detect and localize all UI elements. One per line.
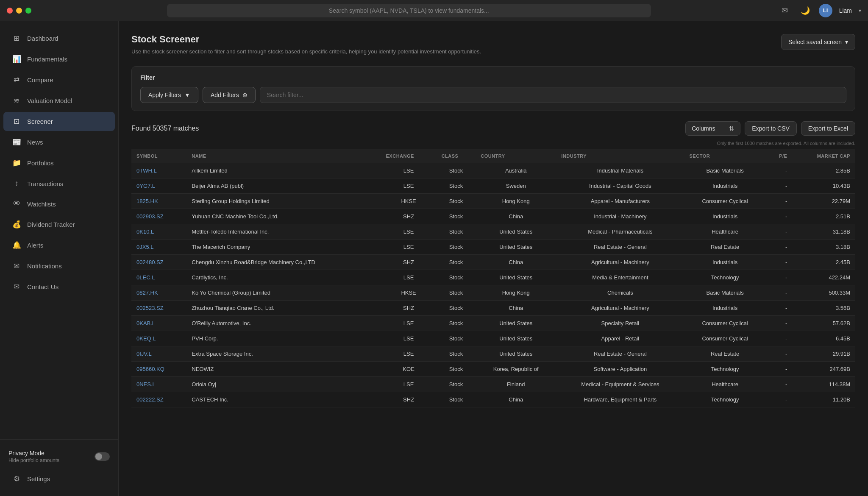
sidebar-item-label: Contact Us xyxy=(27,283,58,290)
cell-sector: Healthcare xyxy=(684,224,766,239)
close-button[interactable] xyxy=(7,8,13,14)
cell-country: Korea, Republic of xyxy=(476,361,556,376)
table-row[interactable]: 0JX5.L The Macerich Company LSE Stock Un… xyxy=(131,239,855,254)
table-row[interactable]: 0IJV.L Extra Space Storage Inc. LSE Stoc… xyxy=(131,346,855,361)
table-row[interactable]: 002222.SZ CASTECH Inc. SHZ Stock China H… xyxy=(131,392,855,407)
col-industry[interactable]: INDUSTRY xyxy=(556,149,684,163)
cell-country: China xyxy=(476,300,556,315)
cell-industry: Real Estate - General xyxy=(556,239,684,254)
export-excel-button[interactable]: Export to Excel xyxy=(801,121,855,136)
sidebar-item-portfolios[interactable]: 📁 Portfolios xyxy=(3,153,115,173)
privacy-section: Privacy Mode Hide portfolio amounts xyxy=(0,445,118,468)
col-pe[interactable]: P/E xyxy=(766,149,793,163)
sidebar-item-contact-us[interactable]: ✉ Contact Us xyxy=(3,277,115,296)
apply-filters-button[interactable]: Apply Filters ▼ xyxy=(140,87,198,103)
sidebar-item-alerts[interactable]: 🔔 Alerts xyxy=(3,236,115,255)
toggle-knob xyxy=(95,453,102,460)
table-row[interactable]: 0827.HK Ko Yo Chemical (Group) Limited H… xyxy=(131,285,855,300)
table-header: SYMBOL NAME EXCHANGE CLASS COUNTRY INDUS… xyxy=(131,149,855,163)
chevron-down-icon: ▾ xyxy=(845,39,848,45)
table-row[interactable]: 095660.KQ NEOWIZ KOE Stock Korea, Republ… xyxy=(131,361,855,376)
mail-icon[interactable]: ✉ xyxy=(778,4,792,17)
dividend-icon: 💰 xyxy=(12,220,21,229)
cell-market-cap: 114.38M xyxy=(792,376,855,392)
sidebar-item-news[interactable]: 📰 News xyxy=(3,133,115,152)
privacy-text: Privacy Mode Hide portfolio amounts xyxy=(8,450,59,463)
cell-sector: Real Estate xyxy=(684,346,766,361)
filter-search-input[interactable] xyxy=(260,87,846,103)
col-country[interactable]: COUNTRY xyxy=(476,149,556,163)
table-row[interactable]: 0KEQ.L PVH Corp. LSE Stock United States… xyxy=(131,331,855,346)
col-class[interactable]: CLASS xyxy=(437,149,476,163)
table-row[interactable]: 0NES.L Oriola Oyj LSE Stock Finland Medi… xyxy=(131,376,855,392)
cell-pe: - xyxy=(766,315,793,331)
col-symbol[interactable]: SYMBOL xyxy=(131,149,186,163)
cell-market-cap: 22.79M xyxy=(792,193,855,209)
select-saved-screen-button[interactable]: Select saved screen ▾ xyxy=(781,34,855,50)
cell-exchange: KOE xyxy=(381,361,437,376)
sidebar-item-screener[interactable]: ⊡ Screener xyxy=(3,112,115,131)
sidebar-item-dashboard[interactable]: ⊞ Dashboard xyxy=(3,29,115,48)
global-search[interactable]: Search symbol (AAPL, NVDA, TSLA) to view… xyxy=(167,4,651,17)
col-name[interactable]: NAME xyxy=(186,149,381,163)
select-screen-label: Select saved screen xyxy=(788,39,842,45)
col-exchange[interactable]: EXCHANGE xyxy=(381,149,437,163)
col-market-cap[interactable]: MARKET CAP xyxy=(792,149,855,163)
table-row[interactable]: 002903.SZ Yuhuan CNC Machine Tool Co.,Lt… xyxy=(131,209,855,224)
sidebar-item-label: Portfolios xyxy=(27,159,54,167)
cell-pe: - xyxy=(766,163,793,178)
dark-mode-icon[interactable]: 🌙 xyxy=(798,4,812,17)
table-row[interactable]: 002523.SZ Zhuzhou Tianqiao Crane Co., Lt… xyxy=(131,300,855,315)
columns-button[interactable]: Columns ⇅ xyxy=(685,121,740,136)
chevron-down-icon[interactable]: ▾ xyxy=(859,8,861,14)
titlebar-right: ✉ 🌙 LI Liam ▾ xyxy=(778,4,861,17)
table-row[interactable]: 0K10.L Mettler-Toledo International Inc.… xyxy=(131,224,855,239)
sidebar-bottom: Privacy Mode Hide portfolio amounts ⚙ Se… xyxy=(0,439,118,489)
cell-country: Australia xyxy=(476,163,556,178)
cell-name: PVH Corp. xyxy=(186,331,381,346)
table-row[interactable]: 0TWH.L Allkem Limited LSE Stock Australi… xyxy=(131,163,855,178)
sidebar-item-settings[interactable]: ⚙ Settings xyxy=(3,469,115,488)
table-row[interactable]: 0YG7.L Beijer Alma AB (publ) LSE Stock S… xyxy=(131,178,855,193)
sidebar-item-valuation-model[interactable]: ≋ Valuation Model xyxy=(3,91,115,110)
cell-pe: - xyxy=(766,254,793,270)
minimize-button[interactable] xyxy=(16,8,22,14)
sidebar-item-watchlists[interactable]: 👁 Watchlists xyxy=(3,195,115,213)
table-row[interactable]: 0LEC.L Cardlytics, Inc. LSE Stock United… xyxy=(131,270,855,285)
cell-industry: Industrial Materials xyxy=(556,163,684,178)
sidebar-item-fundamentals[interactable]: 📊 Fundamentals xyxy=(3,50,115,69)
cell-pe: - xyxy=(766,392,793,407)
privacy-toggle[interactable] xyxy=(95,452,110,461)
cell-symbol: 0LEC.L xyxy=(131,270,186,285)
sidebar-item-transactions[interactable]: ↕ Transactions xyxy=(3,174,115,193)
valuation-icon: ≋ xyxy=(12,96,21,105)
cell-sector: Industrials xyxy=(684,300,766,315)
sidebar-item-dividend-tracker[interactable]: 💰 Dividend Tracker xyxy=(3,215,115,234)
cell-class: Stock xyxy=(437,300,476,315)
sidebar-item-compare[interactable]: ⇄ Compare xyxy=(3,70,115,89)
sidebar-item-notifications[interactable]: ✉ Notifications xyxy=(3,256,115,276)
cell-industry: Media & Entertainment xyxy=(556,270,684,285)
col-sector[interactable]: SECTOR xyxy=(684,149,766,163)
cell-symbol: 0KAB.L xyxy=(131,315,186,331)
cell-exchange: HKSE xyxy=(381,285,437,300)
cell-exchange: LSE xyxy=(381,163,437,178)
cell-exchange: SHZ xyxy=(381,392,437,407)
cell-name: Ko Yo Chemical (Group) Limited xyxy=(186,285,381,300)
sidebar-item-label: Screener xyxy=(27,118,53,125)
cell-name: Mettler-Toledo International Inc. xyxy=(186,224,381,239)
table-row[interactable]: 002480.SZ Chengdu Xinzhu Road&Bridge Mac… xyxy=(131,254,855,270)
cell-industry: Agricultural - Machinery xyxy=(556,300,684,315)
cell-class: Stock xyxy=(437,331,476,346)
cell-symbol: 0K10.L xyxy=(131,224,186,239)
main-content: Stock Screener Use the stock screener se… xyxy=(119,21,868,496)
table-body: 0TWH.L Allkem Limited LSE Stock Australi… xyxy=(131,163,855,407)
maximize-button[interactable] xyxy=(25,8,31,14)
export-csv-button[interactable]: Export to CSV xyxy=(745,121,797,136)
add-filters-button[interactable]: Add Filters ⊕ xyxy=(203,87,256,103)
cell-industry: Apparel - Manufacturers xyxy=(556,193,684,209)
table-row[interactable]: 0KAB.L O'Reilly Automotive, Inc. LSE Sto… xyxy=(131,315,855,331)
table-row[interactable]: 1825.HK Sterling Group Holdings Limited … xyxy=(131,193,855,209)
transactions-icon: ↕ xyxy=(12,179,21,188)
cell-class: Stock xyxy=(437,361,476,376)
